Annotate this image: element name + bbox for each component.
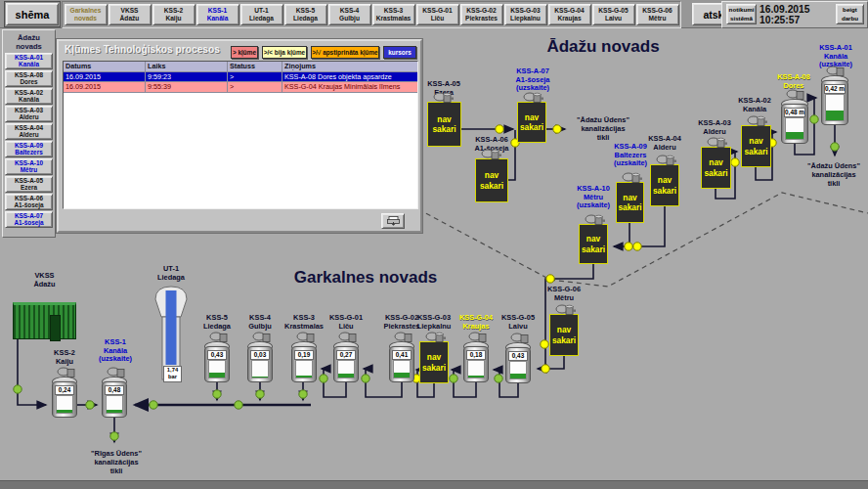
system-events-button[interactable]: notikumi sistēmā (726, 4, 757, 24)
tab-kss-2-kaiju[interactable]: KSS-2Kaiju (152, 4, 195, 25)
station-nosignal-kss-a-03[interactable]: navsakari (701, 147, 731, 189)
station-nosignal-kss-a-06[interactable]: navsakari (475, 158, 508, 202)
station-label-kss-a-04: KSS-A-04Alderu (633, 135, 696, 152)
sidebar-header-line1: Ādažu (5, 33, 53, 42)
station-nosignal-kss-a-05[interactable]: navsakari (427, 102, 461, 147)
filter-fault-button[interactable]: > kļūme (231, 46, 258, 59)
station-nosignal-kss-a-04[interactable]: navsakari (650, 164, 679, 206)
vkss-door (50, 315, 61, 341)
garkalnes-region-title: Garkalnes novads (294, 268, 437, 288)
station-nosignal-kss-g-06[interactable]: navsakari (549, 314, 579, 356)
station-label-kss-a-07: KSS-A-07A1-šoseja(uzskaite) (501, 67, 564, 93)
station-nosignal-kss-g-03[interactable]: navsakari (419, 341, 449, 383)
station-tank-kss-3[interactable]: 0,19 m (291, 338, 317, 382)
top-toolbar: shēma GarkalnesnovadsVKSSĀdažuKSS-2Kaiju… (0, 0, 868, 28)
station-nosignal-kss-a-07[interactable]: navsakari (517, 102, 546, 143)
tank-level-value-kss-a-08: 0,48 m (784, 108, 805, 117)
station-label-kss-a-10: KSS-A-10Mētru(uzskaite) (562, 185, 625, 210)
adazu-sidebar: Ādažu novads KSS-A-01KanālaKSS-A-08Dores… (2, 29, 56, 238)
window-bottom-edge (0, 480, 868, 489)
sidebar-header: Ādažu novads (5, 33, 53, 51)
station-tank-kss-4[interactable]: 0,03 m (247, 338, 273, 382)
station-tank-kss-5[interactable]: 0,43 m (204, 338, 230, 382)
station-tank-kss-1[interactable]: 0,48 m (102, 374, 127, 418)
sidebar-item-kss-a-07[interactable]: KSS-A-07A1-šoseja (5, 211, 53, 228)
tank-fill-kss-g-01 (338, 374, 354, 378)
tab-kss-1-kan-la[interactable]: KSS-1Kanāla (196, 4, 239, 25)
tank-fill-kss-g-05 (510, 374, 526, 378)
datetime-display: 16.09.2015 10:25:57 (760, 2, 834, 27)
vkss-building[interactable] (13, 302, 76, 339)
tab-kss-3-krastmalas[interactable]: KSS-3Krastmalas (372, 4, 415, 25)
tank-fill-kss-4 (252, 377, 268, 378)
tank-fill-kss-g-02 (394, 373, 410, 378)
station-nosignal-kss-a-02[interactable]: navsakari (741, 125, 771, 167)
ut1-label: UT-1 Liedaga (140, 265, 202, 282)
sidebar-item-kss-a-10[interactable]: KSS-A-10Mētru (5, 158, 53, 175)
tank-level-value-kss-a-01: 0,42 m (824, 84, 846, 94)
station-tank-kss-g-01[interactable]: 0,27 m (333, 338, 359, 382)
tank-level-value-kss-g-04: 0,18 m (466, 350, 486, 360)
tank-fill-kss-1 (107, 410, 122, 413)
column-header-laiks: Laiks (146, 62, 228, 72)
sidebar-item-kss-a-06[interactable]: KSS-A-06A1-šoseja (5, 194, 53, 210)
tab-kss-4-gulbju[interactable]: KSS-4Gulbju (328, 4, 371, 25)
system-events-label-2: sistēmā (730, 15, 753, 22)
column-header-datums: Datums (64, 62, 146, 72)
system-events-label-1: notikumi (729, 6, 755, 14)
station-tank-kss-g-05[interactable]: 0,43 m (505, 339, 531, 383)
sidebar-item-kss-a-08[interactable]: KSS-A-08Dores (5, 70, 53, 87)
network-outlet-label-2: "Rīgas Ūdens"kanalizācijastikli (81, 450, 152, 476)
tab-kss-g-01-li-u[interactable]: KSS-G-01Liču (416, 4, 459, 25)
filter-past-fault-button[interactable]: >/< bija kļūme (262, 46, 307, 59)
events-table[interactable]: DatumsLaiksStatussZiņojums 16.09.20159:5… (63, 61, 418, 209)
tank-fill-kss-2 (57, 410, 72, 413)
tab-vkss-da-u[interactable]: VKSSĀdažu (108, 4, 152, 25)
station-label-kss-1: KSS-1Kanāla(uzskaite) (84, 338, 147, 364)
tank-level-value-kss-5: 0,43 m (207, 350, 227, 360)
tab-kss-g-06-m-tru[interactable]: KSS-G-06Mētru (636, 4, 679, 25)
schema-button[interactable]: shēma (6, 3, 59, 25)
station-label-kss-g-01: KSS-G-01Liču (315, 314, 377, 331)
tank-level-value-kss-g-05: 0,43 m (508, 351, 528, 361)
print-report-button[interactable] (381, 213, 405, 229)
sidebar-item-kss-a-05[interactable]: KSS-A-05Ezera (5, 176, 53, 193)
tab-garkalnes-novads[interactable]: Garkalnesnovads (65, 4, 108, 25)
alarms-window-title: Kļūmes Tehnoloģiskos procesos (65, 44, 220, 55)
event-row[interactable]: 16.09.20159:55:39>KSS-G-04 Kraujas Minim… (64, 82, 417, 93)
sidebar-item-kss-a-09[interactable]: KSS-A-09Baltezers (5, 141, 53, 157)
event-row[interactable]: 16.09.20159:59:23>KSS-A-08 Dores objekta… (64, 72, 417, 83)
tank-level-value-kss-4: 0,03 m (250, 350, 270, 360)
tab-kss-g-02-piekrastes[interactable]: KSS-G-02Piekrastes (460, 4, 503, 25)
tab-ut-1-liedaga[interactable]: UT-1Liedaga (240, 4, 283, 25)
events-table-header: DatumsLaiksStatussZiņojums (64, 62, 417, 72)
station-tank-kss-g-04[interactable]: 0,18 m (463, 338, 489, 382)
station-tab-bar: GarkalnesnovadsVKSSĀdažuKSS-2KaijuKSS-1K… (62, 1, 681, 28)
sidebar-item-kss-a-02[interactable]: KSS-A-02Kanāla (5, 88, 53, 105)
exit-button[interactable]: beigt darbu (836, 4, 864, 24)
sidebar-item-kss-a-01[interactable]: KSS-A-01Kanāla (5, 53, 53, 69)
tab-kss-5-liedaga[interactable]: KSS-5Liedaga (284, 4, 327, 25)
adazu-region-title: Ādažu novads (546, 37, 659, 57)
tank-fill-kss-a-08 (786, 132, 803, 139)
tab-kss-g-05-laivu[interactable]: KSS-G-05Laivu (592, 4, 635, 25)
sidebar-item-kss-a-03[interactable]: KSS-A-03Alderu (5, 106, 53, 122)
tank-level-value-kss-g-01: 0,27 m (336, 350, 356, 360)
tank-level-value-kss-g-02: 0,41 m (392, 350, 412, 360)
tab-kss-g-03-liepkalnu[interactable]: KSS-G-03Liepkalnu (504, 4, 547, 25)
network-outlet-label-1: "Ādažu Ūdens"kanalizācijastikli (799, 162, 868, 189)
ut1-water-tower[interactable]: 1,74 bar (152, 284, 191, 387)
alarms-window[interactable]: Kļūmes Tehnoloģiskos procesos > kļūme >/… (57, 39, 422, 233)
filter-acknowledged-fault-button[interactable]: >/√ apstiprināta kļūme (311, 46, 379, 59)
station-tank-kss-a-08[interactable]: 0,48 m (781, 96, 808, 144)
clock-panel: notikumi sistēmā 16.09.2015 10:25:57 bei… (721, 1, 868, 28)
station-tank-kss-2[interactable]: 0,24 m (52, 374, 77, 418)
station-tank-kss-a-01[interactable]: 0,42 m (821, 72, 848, 125)
station-label-kss-a-03: KSS-A-03Alderu (683, 119, 746, 136)
sidebar-header-line2: novads (5, 42, 53, 51)
tab-kss-g-04-kraujas[interactable]: KSS-G-04Kraujas (548, 4, 591, 25)
station-nosignal-kss-a-10[interactable]: navsakari (579, 224, 608, 264)
cursor-button[interactable]: kursors (383, 46, 416, 59)
sidebar-item-kss-a-04[interactable]: KSS-A-04Alderu (5, 123, 53, 140)
station-tank-kss-g-02[interactable]: 0,41 m (389, 338, 414, 382)
